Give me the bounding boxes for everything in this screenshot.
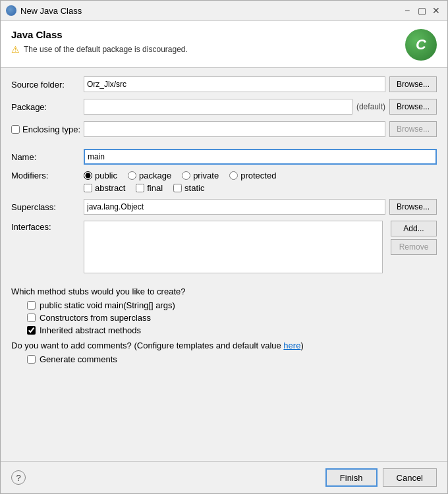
modifiers-inner2: abstract final static xyxy=(11,183,437,193)
title-controls: − ▢ ✕ xyxy=(401,5,442,16)
comments-link[interactable]: here xyxy=(283,341,300,350)
interfaces-buttons: Add... Remove xyxy=(387,221,437,255)
stub-constructors-text: Constructors from superclass xyxy=(40,313,151,323)
logo: C xyxy=(405,29,437,61)
modifiers-row: Modifiers: public package private protec… xyxy=(11,171,437,193)
modifier-protected-text: protected xyxy=(240,171,276,180)
maximize-button[interactable]: ▢ xyxy=(416,5,428,16)
superclass-input[interactable] xyxy=(84,199,385,215)
comments-prefix: Do you want to add comments? (Configure … xyxy=(11,341,283,350)
form-section: Source folder: Browse... Package: (defau… xyxy=(1,68,447,287)
modifier-protected-label[interactable]: protected xyxy=(229,171,276,180)
stub-constructors-checkbox[interactable] xyxy=(27,314,36,322)
stub-constructors-label[interactable]: Constructors from superclass xyxy=(27,313,437,323)
app-icon xyxy=(6,5,16,16)
header-left: Java Class ⚠ The use of the default pack… xyxy=(11,29,188,55)
interfaces-remove-button[interactable]: Remove xyxy=(391,239,437,255)
enclosing-browse-button[interactable]: Browse... xyxy=(389,121,437,137)
warning-row: ⚠ The use of the default package is disc… xyxy=(11,44,188,55)
modifier-final-checkbox[interactable] xyxy=(136,184,144,192)
package-input-wrapper: (default) xyxy=(84,99,385,115)
stub-main-checkbox[interactable] xyxy=(27,301,36,310)
stubs-title: Which method stubs would you like to cre… xyxy=(11,287,437,296)
help-button[interactable]: ? xyxy=(11,470,26,485)
title-bar-left: New Java Class xyxy=(6,5,82,16)
generate-comments-label[interactable]: Generate comments xyxy=(27,354,437,364)
modifier-static-text: static xyxy=(184,183,204,193)
package-browse-button[interactable]: Browse... xyxy=(389,99,437,115)
dialog: New Java Class − ▢ ✕ Java Class ⚠ The us… xyxy=(0,0,448,494)
interfaces-row: Interfaces: Add... Remove xyxy=(11,221,437,273)
modifier-final-label[interactable]: final xyxy=(136,183,163,193)
enclosing-label: Enclosing type: xyxy=(22,124,80,134)
source-folder-browse-button[interactable]: Browse... xyxy=(389,76,437,92)
modifier-abstract-checkbox[interactable] xyxy=(84,184,92,192)
stub-inherited-label[interactable]: Inherited abstract methods xyxy=(27,325,437,335)
package-label: Package: xyxy=(11,102,84,112)
modifiers-label: Modifiers: xyxy=(11,171,84,180)
source-folder-input[interactable] xyxy=(84,76,385,92)
cancel-button[interactable]: Cancel xyxy=(383,468,437,487)
stubs-list: public static void main(String[] args) C… xyxy=(11,300,437,335)
name-row: Name: xyxy=(11,148,437,165)
stub-inherited-checkbox[interactable] xyxy=(27,326,36,335)
modifier-abstract-label[interactable]: abstract xyxy=(84,183,125,193)
interfaces-textarea[interactable] xyxy=(84,221,383,273)
source-folder-label: Source folder: xyxy=(11,80,84,90)
modifier-private-label[interactable]: private xyxy=(182,171,219,180)
generate-comments-checkbox[interactable] xyxy=(27,355,36,364)
footer-right: Finish Cancel xyxy=(325,468,437,487)
modifier-static-checkbox[interactable] xyxy=(173,184,182,192)
footer: ? Finish Cancel xyxy=(1,461,447,493)
minimize-button[interactable]: − xyxy=(401,5,413,16)
name-label: Name: xyxy=(11,152,84,162)
close-button[interactable]: ✕ xyxy=(430,5,442,16)
generate-comments-text: Generate comments xyxy=(40,354,117,364)
modifier-abstract-text: abstract xyxy=(95,183,125,193)
stub-inherited-text: Inherited abstract methods xyxy=(40,325,141,335)
superclass-browse-button[interactable]: Browse... xyxy=(389,199,437,215)
modifier-final-text: final xyxy=(147,183,163,193)
modifiers-inner: Modifiers: public package private protec… xyxy=(11,171,437,180)
modifier-package-label[interactable]: package xyxy=(128,171,171,180)
superclass-label: Superclass: xyxy=(11,202,84,212)
footer-left: ? xyxy=(11,470,26,485)
modifier-protected-radio[interactable] xyxy=(229,171,238,180)
source-folder-row: Source folder: Browse... xyxy=(11,76,437,93)
comments-title: Do you want to add comments? (Configure … xyxy=(11,341,437,350)
header-section: Java Class ⚠ The use of the default pack… xyxy=(1,21,447,68)
name-input[interactable] xyxy=(84,149,437,165)
interfaces-label: Interfaces: xyxy=(11,221,84,232)
comments-section: Do you want to add comments? (Configure … xyxy=(1,341,447,370)
superclass-row: Superclass: Browse... xyxy=(11,198,437,215)
stub-main-text: public static void main(String[] args) xyxy=(40,300,175,310)
warning-icon: ⚠ xyxy=(11,44,20,55)
modifier-package-text: package xyxy=(139,171,171,180)
modifier-static-label[interactable]: static xyxy=(173,183,204,193)
enclosing-row: Enclosing type: Browse... xyxy=(11,121,437,138)
enclosing-checkbox-label[interactable]: Enclosing type: xyxy=(11,124,84,134)
modifier-public-radio[interactable] xyxy=(84,171,92,180)
finish-button[interactable]: Finish xyxy=(325,468,378,487)
package-input[interactable] xyxy=(84,99,352,115)
package-default-label: (default) xyxy=(356,102,385,111)
warning-text: The use of the default package is discou… xyxy=(24,45,188,54)
enclosing-checkbox[interactable] xyxy=(11,125,20,134)
modifier-public-text: public xyxy=(95,171,117,180)
stub-main-label[interactable]: public static void main(String[] args) xyxy=(27,300,437,310)
stubs-section: Which method stubs would you like to cre… xyxy=(1,287,447,341)
interfaces-add-button[interactable]: Add... xyxy=(391,221,437,236)
comments-suffix: ) xyxy=(300,341,303,350)
modifier-private-radio[interactable] xyxy=(182,171,190,180)
header-title: Java Class xyxy=(11,29,188,40)
enclosing-input[interactable] xyxy=(84,121,385,137)
modifier-private-text: private xyxy=(193,171,219,180)
title-bar: New Java Class − ▢ ✕ xyxy=(1,1,447,21)
comments-list: Generate comments xyxy=(11,354,437,364)
title-text: New Java Class xyxy=(20,6,82,16)
package-row: Package: (default) Browse... xyxy=(11,98,437,115)
modifier-public-label[interactable]: public xyxy=(84,171,117,180)
modifier-package-radio[interactable] xyxy=(128,171,136,180)
